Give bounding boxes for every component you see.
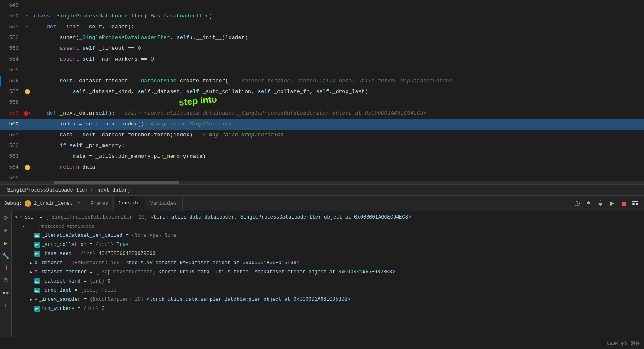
breadcrumb-class: _SingleProcessDataLoaderIter	[4, 187, 88, 193]
toolbar-step-out[interactable]	[595, 198, 606, 209]
debug-left-sidebar: ⟳ + ▶ 🔧 ⏸ ⧉ 👓 ↓	[0, 211, 12, 337]
debug-text: Debug:	[4, 201, 22, 206]
line-content-552: super(_SingleProcessDataLoaderIter, self…	[31, 32, 644, 43]
tab-frames[interactable]: Frames	[85, 196, 114, 211]
sidebar-add-icon[interactable]: +	[1, 226, 10, 235]
code-line-557: 557 ⬤ self._dataset_kind, self._dataset,…	[0, 86, 644, 97]
line-number-550: 550	[0, 11, 23, 22]
gutter-558	[23, 97, 31, 108]
toolbar-stop[interactable]	[618, 198, 629, 209]
var-dataset-kind-value: 0	[107, 278, 110, 284]
var-row-index-sampler[interactable]: ▶ ≡ _index_sampler = {BatchSampler: 10} …	[12, 295, 644, 304]
line-content-549	[31, 0, 644, 11]
var-row-drop-last[interactable]: ci _drop_last = {bool} False	[12, 286, 644, 295]
gutter-563	[23, 151, 31, 162]
code-line-555: 555	[0, 65, 644, 76]
var-row-base-seed[interactable]: ci _base_seed = {int} 404752560428097966…	[12, 249, 644, 258]
code-line-561: 561 data = self._dataset_fetcher.fetch(i…	[0, 130, 644, 140]
sidebar-copy-icon[interactable]: ⧉	[1, 276, 10, 285]
var-dataset-value: <tools.my_dataset.RMBDataset object at 0…	[126, 260, 300, 266]
var-index-sampler-value: <torch.utils.data.sampler.BatchSampler o…	[146, 297, 350, 302]
sidebar-play-icon[interactable]: ▶	[1, 238, 10, 248]
var-row-num-workers[interactable]: ci num_workers = {int} 0	[12, 304, 644, 313]
editor-scrollbar[interactable]	[0, 181, 644, 184]
sidebar-pause-icon[interactable]: ⏸	[1, 263, 10, 273]
var-row-protected[interactable]: ▾ Protected Attributes	[12, 222, 644, 231]
expand-protected-arrow: ▾	[21, 224, 27, 229]
gutter-564: ⬤	[23, 162, 31, 173]
close-debug-icon[interactable]: ✕	[78, 200, 81, 206]
code-line-549: 549	[0, 0, 644, 11]
code-line-556: 556 self._dataset_fetcher = _DatasetKind…	[0, 76, 644, 86]
line-content-554: assert self._num_workers == 0	[31, 54, 644, 65]
toolbar-step-into[interactable]	[583, 198, 594, 209]
line-number-557: 557	[0, 86, 23, 97]
type-icon-dataset-kind: ci	[34, 278, 40, 284]
line-number-551: 551	[0, 22, 23, 32]
var-self-type: {_SingleProcessDataLoaderIter: 10}	[46, 214, 151, 220]
svg-rect-2	[632, 203, 635, 205]
line-content-556: self._dataset_fetcher = _DatasetKind.cre…	[31, 76, 644, 86]
code-line-558: 558	[0, 97, 644, 108]
toolbar-step-over[interactable]	[572, 198, 582, 209]
line-number-559: 559	[0, 108, 23, 119]
gutter-553	[23, 43, 31, 54]
watermark: CSDN @侣 源仔	[607, 340, 640, 347]
line-number-555: 555	[0, 65, 23, 76]
debug-variables-main: ▾ ≡ self = {_SingleProcessDataLoaderIter…	[12, 211, 644, 337]
line-number-562: 562	[0, 140, 23, 151]
var-row-dataset-kind[interactable]: ci _dataset_kind = {int} 0	[12, 277, 644, 286]
var-iterable-value: None	[164, 233, 176, 238]
var-drop-last-value: False	[102, 288, 116, 293]
sidebar-glasses-icon[interactable]: 👓	[1, 288, 10, 297]
line-number-552: 552	[0, 32, 23, 43]
tab-console[interactable]: Console	[114, 196, 145, 211]
var-fetcher-name: _dataset_fetcher	[39, 269, 87, 275]
expand-iterable-arrow	[28, 233, 34, 238]
sidebar-down-icon[interactable]: ↓	[1, 301, 10, 310]
editor-scrollbar-thumb[interactable]	[54, 181, 179, 184]
fold-icon-551[interactable]: ▾	[26, 22, 28, 32]
var-row-auto-collation[interactable]: ci _auto_collation = {bool} True	[12, 240, 644, 249]
type-icon-num-workers: ci	[34, 306, 40, 312]
line-content-551: def __init__(self, loader):	[31, 22, 644, 32]
toolbar-resume[interactable]	[607, 198, 617, 209]
line-content-550: class _SingleProcessDataLoaderIter(_Base…	[31, 11, 644, 22]
type-icon-auto-collation: ci	[34, 242, 40, 248]
sidebar-tools-icon[interactable]: 🔧	[1, 251, 10, 260]
gutter-565	[23, 173, 31, 181]
line-number-560: 560	[0, 119, 23, 130]
breadcrumb-bar: _SingleProcessDataLoaderIter › _next_dat…	[0, 184, 644, 195]
line-number-563: 563	[0, 151, 23, 162]
var-index-sampler-name: _index_sampler	[39, 297, 81, 302]
toolbar-table-view[interactable]	[630, 198, 641, 209]
var-dataset-kind-name: _dataset_kind	[42, 278, 81, 284]
protected-label: Protected Attributes	[27, 223, 94, 230]
code-lines: 549 550 ▾ class _SingleProcessDataLoader…	[0, 0, 644, 181]
var-row-dataset-fetcher[interactable]: ▶ ≡ _dataset_fetcher = {_MapDatasetFetch…	[12, 268, 644, 277]
code-line-562: 562 if self._pin_memory:	[0, 140, 644, 151]
var-base-seed-name: _base_seed	[42, 251, 72, 257]
sidebar-refresh-icon[interactable]: ⟳	[1, 214, 10, 223]
fold-icon-550[interactable]: ▾	[26, 11, 28, 22]
line-content-558	[31, 97, 644, 108]
code-line-563: 563 data = _utils.pin_memory.pin_memory(…	[0, 151, 644, 162]
var-self-name: self	[25, 214, 37, 220]
var-drop-last-name: _drop_last	[42, 288, 72, 293]
expand-sampler-arrow: ▶	[28, 297, 34, 302]
debug-toolbar	[568, 196, 644, 211]
editor-area: 549 550 ▾ class _SingleProcessDataLoader…	[0, 0, 644, 195]
var-row-dataset[interactable]: ▶ ≡ _dataset = {RMBDataset: 160} <tools.…	[12, 258, 644, 268]
svg-rect-1	[632, 201, 638, 202]
var-dataset-name: _dataset	[39, 260, 63, 266]
gutter-562	[23, 140, 31, 151]
gutter-556	[23, 76, 31, 86]
svg-rect-0	[622, 202, 626, 206]
debug-content: ⟳ + ▶ 🔧 ⏸ ⧉ 👓 ↓ ▾ ≡ self = {_SingleProce…	[0, 211, 644, 337]
type-icon-drop-last: ci	[34, 288, 40, 293]
line-number-565: 565	[0, 173, 23, 181]
var-row-iterable[interactable]: ci _IterableDataset_len_called = {NoneTy…	[12, 231, 644, 240]
debug-panel: Debug: 🐛 2_train_lenet ✕ Frames Console …	[0, 195, 644, 337]
var-row-self[interactable]: ▾ ≡ self = {_SingleProcessDataLoaderIter…	[12, 213, 644, 222]
tab-variables[interactable]: Variables	[145, 196, 183, 211]
